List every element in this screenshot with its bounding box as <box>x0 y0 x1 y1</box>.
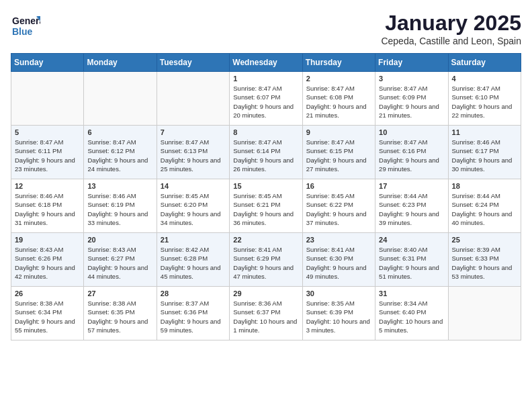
day-cell: 6Sunrise: 8:47 AMSunset: 6:12 PMDaylight… <box>84 126 157 179</box>
sunset-text: Sunset: 6:11 PM <box>15 146 80 155</box>
day-cell: 9Sunrise: 8:47 AMSunset: 6:15 PMDaylight… <box>302 126 375 179</box>
svg-text:General: General <box>12 15 40 26</box>
svg-text:Blue: Blue <box>12 26 33 37</box>
week-row-2: 5Sunrise: 8:47 AMSunset: 6:11 PMDaylight… <box>11 126 521 179</box>
day-cell: 12Sunrise: 8:46 AMSunset: 6:18 PMDayligh… <box>11 179 84 233</box>
daylight-text: Daylight: 9 hours and 20 minutes. <box>233 102 298 120</box>
daylight-text: Daylight: 9 hours and 29 minutes. <box>379 156 444 174</box>
day-cell: 2Sunrise: 8:47 AMSunset: 6:08 PMDaylight… <box>302 72 375 126</box>
day-info: Sunrise: 8:37 AMSunset: 6:36 PMDaylight:… <box>161 299 226 334</box>
sunset-text: Sunset: 6:08 PM <box>306 93 371 101</box>
daylight-text: Daylight: 9 hours and 55 minutes. <box>15 317 80 335</box>
daylight-text: Daylight: 9 hours and 31 minutes. <box>15 210 80 228</box>
sunrise-text: Sunrise: 8:34 AM <box>379 299 444 308</box>
sunrise-text: Sunrise: 8:47 AM <box>161 138 226 146</box>
day-info: Sunrise: 8:44 AMSunset: 6:23 PMDaylight:… <box>379 191 444 227</box>
daylight-text: Daylight: 9 hours and 21 minutes. <box>306 102 371 120</box>
daylight-text: Daylight: 9 hours and 44 minutes. <box>87 263 152 281</box>
sunrise-text: Sunrise: 8:47 AM <box>452 84 517 93</box>
sunset-text: Sunset: 6:28 PM <box>161 254 226 263</box>
day-info: Sunrise: 8:42 AMSunset: 6:28 PMDaylight:… <box>161 245 226 281</box>
sunset-text: Sunset: 6:22 PM <box>306 200 371 209</box>
sunrise-text: Sunrise: 8:39 AM <box>452 245 517 254</box>
day-number: 25 <box>452 236 517 244</box>
day-cell: 18Sunrise: 8:44 AMSunset: 6:24 PMDayligh… <box>448 179 521 233</box>
day-info: Sunrise: 8:47 AMSunset: 6:14 PMDaylight:… <box>233 138 298 173</box>
day-cell: 31Sunrise: 8:34 AMSunset: 6:40 PMDayligh… <box>375 287 448 340</box>
day-info: Sunrise: 8:41 AMSunset: 6:30 PMDaylight:… <box>306 245 371 281</box>
weekday-header-thursday: Thursday <box>302 54 375 72</box>
sunrise-text: Sunrise: 8:46 AM <box>15 191 80 200</box>
sunset-text: Sunset: 6:18 PM <box>15 200 80 209</box>
sunset-text: Sunset: 6:40 PM <box>379 308 444 316</box>
sunset-text: Sunset: 6:19 PM <box>87 200 152 209</box>
day-cell: 23Sunrise: 8:41 AMSunset: 6:30 PMDayligh… <box>302 233 375 287</box>
day-info: Sunrise: 8:39 AMSunset: 6:33 PMDaylight:… <box>452 245 517 281</box>
day-number: 10 <box>379 128 444 136</box>
sunrise-text: Sunrise: 8:43 AM <box>87 245 152 254</box>
day-info: Sunrise: 8:35 AMSunset: 6:39 PMDaylight:… <box>306 299 371 334</box>
day-cell: 8Sunrise: 8:47 AMSunset: 6:14 PMDaylight… <box>230 126 302 179</box>
day-info: Sunrise: 8:38 AMSunset: 6:34 PMDaylight:… <box>15 299 80 334</box>
day-info: Sunrise: 8:47 AMSunset: 6:11 PMDaylight:… <box>15 138 80 173</box>
sunrise-text: Sunrise: 8:40 AM <box>379 245 444 254</box>
sunrise-text: Sunrise: 8:47 AM <box>379 84 444 93</box>
sunrise-text: Sunrise: 8:47 AM <box>306 138 371 146</box>
day-info: Sunrise: 8:47 AMSunset: 6:16 PMDaylight:… <box>379 138 444 173</box>
day-info: Sunrise: 8:47 AMSunset: 6:08 PMDaylight:… <box>306 84 371 120</box>
sunrise-text: Sunrise: 8:47 AM <box>15 138 80 146</box>
daylight-text: Daylight: 9 hours and 30 minutes. <box>452 156 517 174</box>
sunset-text: Sunset: 6:10 PM <box>452 93 517 101</box>
sunset-text: Sunset: 6:15 PM <box>306 146 371 155</box>
day-info: Sunrise: 8:45 AMSunset: 6:22 PMDaylight:… <box>306 191 371 227</box>
sunrise-text: Sunrise: 8:44 AM <box>452 191 517 200</box>
sunrise-text: Sunrise: 8:44 AM <box>379 191 444 200</box>
daylight-text: Daylight: 10 hours and 3 minutes. <box>306 317 371 335</box>
sunrise-text: Sunrise: 8:42 AM <box>161 245 226 254</box>
day-number: 6 <box>87 128 152 136</box>
day-info: Sunrise: 8:46 AMSunset: 6:18 PMDaylight:… <box>15 191 80 227</box>
sunset-text: Sunset: 6:31 PM <box>379 254 444 263</box>
sunset-text: Sunset: 6:17 PM <box>452 146 517 155</box>
day-number: 5 <box>15 128 80 136</box>
sunset-text: Sunset: 6:09 PM <box>379 93 444 101</box>
day-cell: 13Sunrise: 8:46 AMSunset: 6:19 PMDayligh… <box>84 179 157 233</box>
week-row-5: 26Sunrise: 8:38 AMSunset: 6:34 PMDayligh… <box>11 287 521 340</box>
sunrise-text: Sunrise: 8:45 AM <box>306 191 371 200</box>
day-number: 21 <box>161 236 226 244</box>
sunrise-text: Sunrise: 8:38 AM <box>15 299 80 308</box>
weekday-header-monday: Monday <box>84 54 157 72</box>
day-number: 1 <box>233 75 298 83</box>
daylight-text: Daylight: 9 hours and 53 minutes. <box>452 263 517 281</box>
sunrise-text: Sunrise: 8:47 AM <box>306 84 371 93</box>
day-cell: 5Sunrise: 8:47 AMSunset: 6:11 PMDaylight… <box>11 126 84 179</box>
week-row-4: 19Sunrise: 8:43 AMSunset: 6:26 PMDayligh… <box>11 233 521 287</box>
day-info: Sunrise: 8:45 AMSunset: 6:21 PMDaylight:… <box>233 191 298 227</box>
daylight-text: Daylight: 9 hours and 49 minutes. <box>306 263 371 281</box>
sunrise-text: Sunrise: 8:47 AM <box>87 138 152 146</box>
day-info: Sunrise: 8:47 AMSunset: 6:09 PMDaylight:… <box>379 84 444 120</box>
day-cell: 14Sunrise: 8:45 AMSunset: 6:20 PMDayligh… <box>157 179 229 233</box>
sunset-text: Sunset: 6:13 PM <box>161 146 226 155</box>
weekday-header-sunday: Sunday <box>11 54 84 72</box>
day-number: 23 <box>306 236 371 244</box>
day-number: 17 <box>379 182 444 190</box>
day-number: 4 <box>452 75 517 83</box>
daylight-text: Daylight: 9 hours and 23 minutes. <box>15 156 80 174</box>
day-cell: 15Sunrise: 8:45 AMSunset: 6:21 PMDayligh… <box>230 179 302 233</box>
sunset-text: Sunset: 6:20 PM <box>161 200 226 209</box>
day-cell: 28Sunrise: 8:37 AMSunset: 6:36 PMDayligh… <box>157 287 229 340</box>
day-info: Sunrise: 8:36 AMSunset: 6:37 PMDaylight:… <box>233 299 298 334</box>
sunrise-text: Sunrise: 8:45 AM <box>233 191 298 200</box>
sunset-text: Sunset: 6:23 PM <box>379 200 444 209</box>
day-info: Sunrise: 8:46 AMSunset: 6:17 PMDaylight:… <box>452 138 517 173</box>
day-info: Sunrise: 8:38 AMSunset: 6:35 PMDaylight:… <box>87 299 152 334</box>
sunset-text: Sunset: 6:14 PM <box>233 146 298 155</box>
day-cell: 29Sunrise: 8:36 AMSunset: 6:37 PMDayligh… <box>230 287 302 340</box>
day-number: 24 <box>379 236 444 244</box>
sunrise-text: Sunrise: 8:43 AM <box>15 245 80 254</box>
day-number: 18 <box>452 182 517 190</box>
day-number: 28 <box>161 289 226 298</box>
sunset-text: Sunset: 6:30 PM <box>306 254 371 263</box>
day-cell: 10Sunrise: 8:47 AMSunset: 6:16 PMDayligh… <box>375 126 448 179</box>
